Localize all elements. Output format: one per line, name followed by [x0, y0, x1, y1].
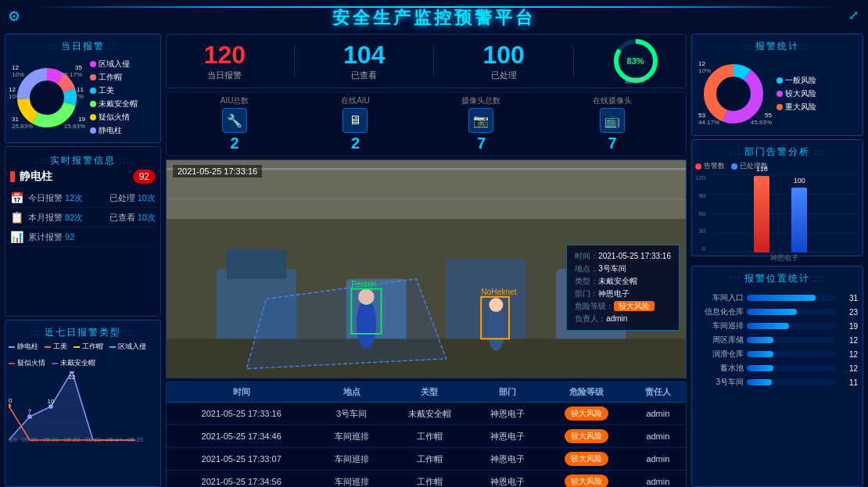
pos-num: 12 — [838, 364, 858, 373]
cell-time: 2021-05-25 17:33:07 — [167, 448, 316, 471]
svg-point-42 — [489, 298, 503, 312]
camera-feed[interactable]: Person NoHelmet 2021-05-25 17:33:16 时间：2… — [166, 159, 687, 378]
pos-num: 19 — [838, 322, 858, 331]
cell-time: 2021-05-25 17:34:56 — [167, 471, 316, 488]
pos-stat-item: 车间入口 31 — [697, 291, 858, 305]
pos-bar-fill — [747, 337, 773, 343]
pos-label: 车间巡排 — [697, 320, 744, 331]
alert-count-badge: 92 — [133, 170, 156, 184]
dept-legend: 告警数 已处理数 — [695, 161, 859, 171]
col-time: 时间 — [167, 382, 316, 403]
pos-num: 11 — [838, 378, 858, 387]
dept-alarm-section: 部门告警分析 告警数 已处理数 120 90 60 30 0 — [691, 139, 863, 256]
col-type: 关型 — [387, 382, 472, 403]
sep1 — [294, 45, 295, 77]
col-location: 地点 — [316, 382, 386, 403]
donut-area: 1210% 3529.17% 1210% 119.17% 3125.83% 19… — [9, 56, 157, 139]
pos-bar-fill — [747, 351, 773, 357]
svg-rect-34 — [227, 249, 287, 278]
aiu-total-icon: 🔧 — [222, 108, 247, 133]
stat-checked: 104 已查看 — [333, 41, 396, 81]
dept-bars: 118 100 神恩电子 — [708, 174, 859, 252]
pos-bar-bg — [747, 323, 835, 329]
cell-risk: 较大风险 — [543, 425, 630, 448]
pos-bar-bg — [747, 309, 835, 315]
center-panel: 120 当日报警 104 已查看 100 已处理 83% 处理率 — [166, 34, 687, 487]
pos-bar-fill — [747, 323, 789, 329]
pos-num: 31 — [838, 294, 858, 303]
svg-text:05-20: 05-20 — [22, 436, 38, 442]
pos-num: 23 — [838, 308, 858, 317]
table-row: 2021-05-25 17:33:07 车间巡排 工作帽 神恩电子 较大风险 a… — [167, 448, 686, 471]
cell-dept: 神恩电子 — [472, 448, 543, 471]
cam-online-value: 7 — [608, 134, 617, 152]
header-icons-left: ⚙ — [8, 8, 20, 25]
cell-type: 工作帽 — [387, 471, 472, 488]
pos-stats-title: 报警位置统计 — [695, 270, 859, 288]
sep2 — [433, 45, 434, 77]
aiu-total: AIU总数 🔧 2 — [221, 95, 249, 152]
gear-icon[interactable]: ⚙ — [8, 9, 20, 24]
pos-stat-item: 3号车间 11 — [697, 375, 858, 389]
svg-text:10: 10 — [9, 397, 13, 404]
alert-name: 静电柱 — [20, 170, 52, 184]
aiu-online-value: 2 — [351, 134, 360, 152]
realtime-alert-title: 实时报警信息 — [10, 152, 156, 170]
stat-handled-value: 100 — [472, 41, 535, 70]
svg-point-52 — [718, 78, 749, 109]
cell-dept: 神恩电子 — [472, 425, 543, 448]
stat-today-label: 当日报警 — [193, 70, 256, 81]
pos-stat-item: 信息化仓库 23 — [697, 305, 858, 319]
col-person: 责任人 — [630, 382, 686, 403]
cell-location: 车间巡排 — [316, 448, 386, 471]
cell-location: 车间巡排 — [316, 471, 386, 488]
pos-label: 润滑仓库 — [697, 349, 744, 360]
svg-text:05-22: 05-22 — [64, 436, 81, 442]
realtime-alert-section: 实时报警信息 静电柱 92 📅 今日报警 12次 已处理 10次 📋 本月报警 … — [5, 146, 161, 317]
stat-handled-label: 已处理 — [472, 70, 535, 81]
header-icons-right: ⤢ — [848, 8, 859, 23]
alarm-stats-title: 报警统计 — [695, 38, 859, 56]
svg-text:05-25: 05-25 — [127, 436, 144, 442]
table-row: 2021-05-25 17:34:56 车间巡排 工作帽 神恩电子 较大风险 a… — [167, 471, 686, 488]
pos-stat-item: 车间巡排 19 — [697, 319, 858, 333]
pos-label: 周区库储 — [697, 335, 744, 346]
today-alarm-section: 当日报警 — [5, 34, 161, 143]
left-donut-chart: 1210% 3529.17% 1210% 119.17% 3125.83% 19… — [12, 63, 82, 133]
cell-dept: 神恩电子 — [472, 403, 543, 425]
stat-handled: 100 已处理 — [472, 41, 535, 81]
stat-today-alarm: 120 当日报警 — [193, 41, 256, 81]
stat-checked-label: 已查看 — [333, 70, 396, 81]
pos-bar-bg — [747, 337, 835, 343]
pos-bar-bg — [747, 365, 835, 371]
svg-text:05-24: 05-24 — [106, 436, 123, 442]
cell-type: 工作帽 — [387, 448, 472, 471]
cell-risk: 较大风险 — [543, 403, 630, 425]
cam-risk-badge: 较大风险 — [614, 301, 655, 311]
stat-percent-circle: 83% 处理率 — [612, 38, 659, 84]
svg-text:22: 22 — [69, 374, 76, 381]
cell-person: admin — [630, 448, 686, 471]
main-title: 安全生产监控预警平台 — [0, 0, 868, 33]
pos-bar-fill — [747, 365, 773, 371]
chart-legend: 静电柱 工美 工作帽 区域入侵 疑似火情 未戴安全帽 — [9, 342, 157, 368]
cam-total: 摄像头总数 📷 7 — [461, 95, 500, 152]
center-stats-row: 120 当日报警 104 已查看 100 已处理 83% 处理率 — [166, 34, 687, 88]
col-dept: 部门 — [472, 382, 543, 403]
expand-icon[interactable]: ⤢ — [848, 9, 859, 22]
seven-day-chart-section: 近七日报警类型 静电柱 工美 工作帽 区域入侵 疑似火情 未戴安全帽 — [5, 320, 161, 487]
pos-num: 12 — [838, 336, 858, 345]
aiu-online-icon: 🖥 — [343, 108, 368, 133]
right-donut-area: 1210% 5545.83% 5344.17% 一般风险 较大风险 重大风险 — [695, 56, 859, 132]
svg-text:NoHelmet: NoHelmet — [481, 288, 517, 296]
pos-bar-bg — [747, 379, 835, 385]
cell-location: 3号车间 — [316, 403, 386, 425]
cam-info-panel: 时间：2021-05-25 17:33:16 地点：3号车间 类型：未戴安全帽 … — [566, 245, 680, 331]
pos-num: 12 — [838, 350, 858, 359]
pos-bar-bg — [747, 351, 835, 357]
cam-total-value: 7 — [477, 134, 486, 152]
pos-stats-list: 车间入口 31 信息化仓库 23 车间巡排 19 周区库储 12 润滑仓库 12… — [695, 288, 859, 392]
alert-total-row: 📊 累计报警 92 — [10, 227, 156, 247]
alarm-table: 时间 地点 关型 部门 危险等级 责任人 2021-05-25 17:33:16… — [167, 382, 686, 487]
stat-checked-value: 104 — [333, 41, 396, 70]
